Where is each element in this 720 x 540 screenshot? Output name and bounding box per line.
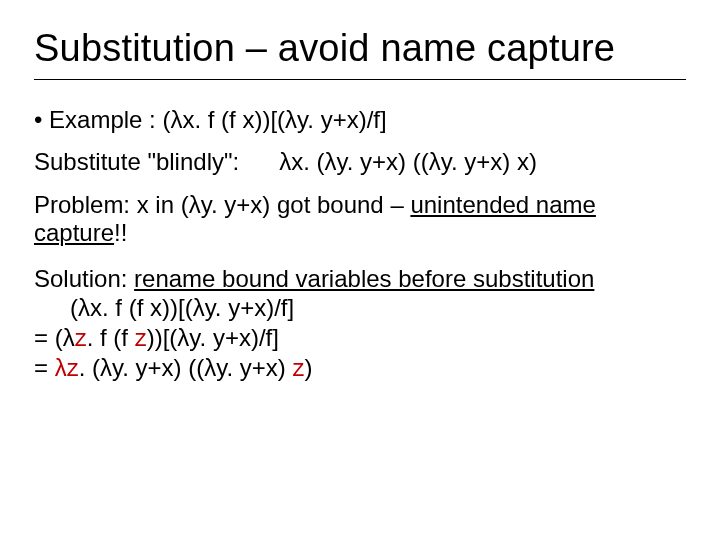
d3-mid: . (λy. y+x) ((λy. y+x): [79, 354, 293, 381]
solution-expr-1: (λx. f (f x))[(λy. y+x)/f]: [34, 294, 686, 322]
d2-prefix: = (λ: [34, 324, 75, 351]
derivation-line-3: = λz. (λy. y+x) ((λy. y+x) z): [34, 354, 686, 382]
d2-z2: z: [135, 324, 147, 351]
derivation-line-2: = (λz. f (f z))[(λy. y+x)/f]: [34, 324, 686, 352]
solution-prefix: Solution:: [34, 265, 134, 292]
d2-mid: . f (f: [87, 324, 135, 351]
slide-body: Example : (λx. f (f x))[(λy. y+x)/f] Sub…: [34, 106, 686, 383]
title-underline: [34, 79, 686, 80]
problem-line: Problem: x in (λy. y+x) got bound – unin…: [34, 191, 686, 248]
solution-block: Solution: rename bound variables before …: [34, 265, 686, 322]
slide-title: Substitution – avoid name capture: [34, 28, 686, 69]
d3-prefix: =: [34, 354, 55, 381]
substitute-line: Substitute "blindly": λx. (λy. y+x) ((λy…: [34, 148, 686, 176]
substitute-label: Substitute "blindly":: [34, 148, 239, 175]
d3-lz: λz: [55, 354, 79, 381]
d3-suffix: ): [304, 354, 312, 381]
slide: Substitution – avoid name capture Exampl…: [0, 0, 720, 540]
problem-prefix: Problem: x in (λy. y+x) got bound –: [34, 191, 410, 218]
d2-z1: z: [75, 324, 87, 351]
solution-underlined: rename bound variables before substituti…: [134, 265, 594, 292]
d3-z: z: [292, 354, 304, 381]
example-line: Example : (λx. f (f x))[(λy. y+x)/f]: [34, 106, 686, 134]
problem-suffix: !!: [114, 219, 127, 246]
d2-suffix: ))[(λy. y+x)/f]: [147, 324, 279, 351]
substitute-expression: λx. (λy. y+x) ((λy. y+x) x): [279, 148, 537, 175]
